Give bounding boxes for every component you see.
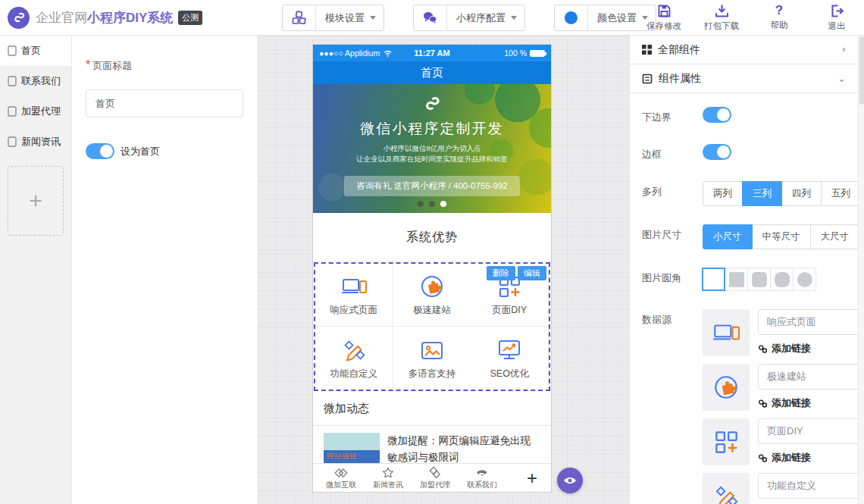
add-link-button[interactable]: 添加链接 xyxy=(758,396,861,410)
hero-title: 微信小程序定制开发 xyxy=(313,119,551,139)
chevron-down-icon xyxy=(370,16,376,20)
feature-label: 页面DIY xyxy=(492,304,527,317)
radius-option-medium[interactable] xyxy=(747,268,771,291)
columns-option-4[interactable]: 四列 xyxy=(781,181,822,206)
edit-button[interactable]: 编辑 xyxy=(518,266,546,280)
delete-button[interactable]: 删除 xyxy=(487,266,515,280)
page-icon xyxy=(8,136,17,147)
tab-news[interactable]: 新闻资讯 xyxy=(365,466,412,490)
chevron-down-icon: ⌄ xyxy=(837,73,846,84)
tab-label: 微加互联 xyxy=(326,480,356,490)
add-page-button[interactable]: + xyxy=(8,166,64,236)
feature-cell-responsive[interactable]: 响应式页面 xyxy=(315,264,393,327)
bottom-margin-toggle[interactable] xyxy=(703,107,731,123)
radius-options xyxy=(703,268,816,291)
download-button[interactable]: 打包下载 xyxy=(702,3,741,32)
border-toggle[interactable] xyxy=(703,144,731,160)
tab-weijia[interactable]: 微加互联 xyxy=(318,466,365,490)
datasource-title-input[interactable] xyxy=(758,309,861,335)
carousel-dot[interactable] xyxy=(418,201,424,207)
app-title: 小程序DIY系统 xyxy=(87,9,173,27)
props-body: 下边界 边框 多列 两列 三列 四列 五列 图片尺寸 小尺寸 xyxy=(630,93,858,504)
tab-agency[interactable]: 加盟代理 xyxy=(412,466,459,490)
download-label: 打包下载 xyxy=(704,20,739,32)
feature-cell-custom[interactable]: 功能自定义 xyxy=(315,327,393,390)
radius-option-none-selected[interactable] xyxy=(702,268,725,291)
columns-option-3-selected[interactable]: 三列 xyxy=(742,181,782,206)
hero-logo-icon xyxy=(313,93,551,116)
feature-label: 极速建站 xyxy=(413,304,451,317)
monitor-chart-icon xyxy=(496,337,523,364)
preview-button[interactable] xyxy=(557,468,583,493)
border-label: 边框 xyxy=(642,144,703,161)
size-option-large[interactable]: 大尺寸 xyxy=(810,224,860,249)
add-link-label: 添加链接 xyxy=(772,451,811,465)
component-props-header[interactable]: 组件属性 ⌄ xyxy=(630,64,858,93)
puzzle-icon xyxy=(418,273,446,300)
image-size-label: 图片尺寸 xyxy=(642,224,703,242)
carousel-dot-active[interactable] xyxy=(440,201,446,207)
hero-cta-button[interactable]: 咨询有礼 送官网小程序 / 400-0755-992 xyxy=(344,176,519,196)
datasource-title-input[interactable] xyxy=(758,364,861,390)
add-tab-button[interactable]: + xyxy=(527,468,537,489)
set-home-toggle[interactable] xyxy=(86,143,114,159)
columns-option-2[interactable]: 两列 xyxy=(703,181,743,206)
radius-option-small[interactable] xyxy=(725,268,748,291)
feature-cell-seo[interactable]: SEO优化 xyxy=(471,327,549,390)
section-title-news: 微加动态 xyxy=(313,391,551,426)
exit-button[interactable]: 退出 xyxy=(817,3,856,32)
size-option-small-selected[interactable]: 小尺寸 xyxy=(703,224,753,249)
sidebar-item-home[interactable]: 首页 xyxy=(0,36,71,66)
plus-icon: + xyxy=(29,188,42,214)
image-size-segmented-control: 小尺寸 中等尺寸 大尺寸 xyxy=(703,224,859,249)
diamonds-icon xyxy=(334,466,348,480)
puzzle-icon xyxy=(703,364,750,411)
chevron-down-icon xyxy=(511,16,517,20)
feature-grid-selected-component[interactable]: 删除 编辑 响应式页面 极速建站 页面DIY 功能自定义 xyxy=(314,262,550,391)
tags-icon xyxy=(428,466,442,480)
datasource-title-input[interactable] xyxy=(758,473,861,499)
sidebar-item-contact[interactable]: 联系我们 xyxy=(0,66,71,96)
hero-subtitle-line1: 小程序以微信8亿用户为切入点 xyxy=(313,143,551,154)
pencil-icon xyxy=(340,337,368,364)
add-link-button[interactable]: 添加链接 xyxy=(758,451,861,465)
beta-badge: 公测 xyxy=(178,11,202,25)
picture-icon xyxy=(418,337,446,364)
radius-option-large[interactable] xyxy=(770,268,794,291)
sidebar-item-agency[interactable]: 加盟代理 xyxy=(0,96,71,127)
help-button[interactable]: ? 帮助 xyxy=(759,3,799,32)
datasource-title-input[interactable] xyxy=(758,418,861,444)
tab-contact[interactable]: 联系我们 xyxy=(459,466,506,490)
wifi-icon xyxy=(383,49,393,58)
datasource-list: 添加链接 xyxy=(703,309,861,504)
section-title-advantages: 系统优势 xyxy=(313,213,551,262)
feature-label: SEO优化 xyxy=(490,368,528,380)
radius-option-circle[interactable] xyxy=(793,268,816,291)
size-option-medium[interactable]: 中等尺寸 xyxy=(752,224,811,249)
inspector-panel: 全部组件 ⌄ 组件属性 ⌄ 下边界 边框 多列 两列 xyxy=(629,36,858,504)
carousel-dot[interactable] xyxy=(429,201,435,207)
sidebar-item-label: 新闻资讯 xyxy=(21,135,61,149)
columns-option-5[interactable]: 五列 xyxy=(821,181,861,206)
color-settings-button[interactable]: 颜色设置 xyxy=(554,5,656,31)
miniprogram-config-button[interactable]: 小程序配置 xyxy=(413,5,525,31)
all-components-header[interactable]: 全部组件 ⌄ xyxy=(630,36,858,64)
feature-cell-fast-build[interactable]: 极速建站 xyxy=(393,264,471,327)
header-actions: 保存修改 打包下载 ? 帮助 xyxy=(644,3,856,32)
sidebar-item-news[interactable]: 新闻资讯 xyxy=(0,127,71,157)
save-button[interactable]: 保存修改 xyxy=(644,3,684,32)
battery-icon xyxy=(530,50,545,57)
module-settings-button[interactable]: 模块设置 xyxy=(282,5,384,31)
page-icon xyxy=(8,76,17,86)
add-link-button[interactable]: 添加链接 xyxy=(758,342,861,355)
scrollbar-thumb[interactable] xyxy=(859,36,864,105)
hero-banner[interactable]: 微信小程序定制开发 小程序以微信8亿用户为切入点 让企业以及商家在短时间里实现提… xyxy=(313,84,551,213)
page-icon xyxy=(8,106,17,117)
tab-label: 新闻资讯 xyxy=(373,480,403,490)
page-title-input[interactable] xyxy=(86,89,243,117)
feature-cell-multilang[interactable]: 多语言支持 xyxy=(393,327,471,390)
feature-label: 响应式页面 xyxy=(330,304,378,317)
scrollbar[interactable] xyxy=(858,36,864,504)
news-title: 微加提醒：网页编辑应避免出现敏感词与极限词 xyxy=(387,433,540,467)
responsive-page-icon xyxy=(703,309,750,356)
